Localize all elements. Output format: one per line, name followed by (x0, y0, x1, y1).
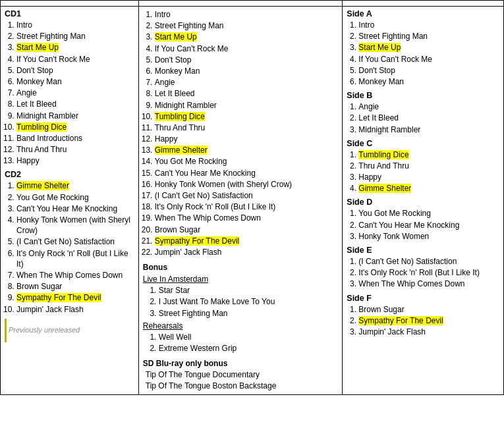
list-item: Gimme Shelter (358, 183, 499, 194)
side-header: Side D (347, 198, 499, 207)
list-item: If You Can't Rock Me (16, 54, 134, 65)
list-item: Street Fighting Man (16, 31, 134, 41)
cd2-header: CD2 (5, 170, 134, 179)
list-item: Midnight Rambler (16, 111, 134, 121)
list-item: Gimme Shelter (16, 180, 134, 191)
sd-bonus-section: SD Blu-ray only bonusTip Of The Tongue D… (143, 359, 339, 392)
list-item: Honky Tonk Women (with Sheryl Crow) (155, 179, 339, 190)
list-item: Monkey Man (358, 76, 499, 87)
list-item: You Got Me Rocking (16, 192, 134, 203)
bonus-title: Bonus (143, 263, 339, 272)
list-item: Angie (358, 101, 499, 112)
list-item: Monkey Man (155, 66, 339, 76)
list-item: Star Star (159, 285, 339, 296)
list-item: Happy (155, 134, 339, 144)
list-item: If You Can't Rock Me (155, 43, 339, 54)
list-item: Start Me Up (16, 42, 134, 53)
col3-header (343, 1, 504, 7)
list-item: Tumbling Dice (16, 122, 134, 132)
previously-unreleased: Previously unreleased (5, 319, 134, 342)
col3-content: Side AIntroStreet Fighting ManStart Me U… (343, 7, 504, 395)
list-item: Brown Sugar (358, 304, 499, 315)
list-item: Street Fighting Man (159, 308, 339, 319)
list-item: Well Well (159, 332, 339, 342)
list-item: Midnight Rambler (358, 124, 499, 135)
col2-content: IntroStreet Fighting ManStart Me UpIf Yo… (138, 7, 343, 395)
list-item: Thru And Thru (358, 161, 499, 171)
list-item: It's Only Rock 'n' Roll (But I Like It) (16, 248, 134, 269)
sd-bonus-item: Tip Of The Tongue Boston Backstage (143, 381, 339, 392)
list-item: I Just Want To Make Love To You (159, 296, 339, 307)
list-item: Band Introductions (16, 133, 134, 144)
bonus-section: BonusLive In AmsterdamStar StarI Just Wa… (143, 263, 339, 354)
list-item: Start Me Up (155, 32, 339, 42)
list-item: It's Only Rock 'n' Roll (But I Like It) (155, 201, 339, 212)
bonus-sub-section-title: Rehearsals (143, 321, 339, 331)
list-item: Happy (16, 155, 134, 166)
cd1-header: CD1 (5, 9, 134, 18)
list-item: Tumbling Dice (155, 111, 339, 122)
list-item: Angie (16, 88, 134, 98)
list-item: Thru And Thru (16, 144, 134, 155)
list-item: It's Only Rock 'n' Roll (But I Like It) (358, 267, 499, 278)
list-item: Let It Bleed (358, 113, 499, 123)
list-item: Gimme Shelter (155, 145, 339, 155)
list-item: Midnight Rambler (155, 100, 339, 111)
list-item: Brown Sugar (16, 281, 134, 292)
list-item: Honky Tonk Women (with Sheryl Crow) (16, 215, 134, 236)
bonus-sub-section-title: Live In Amsterdam (143, 275, 339, 284)
list-item: Jumpin' Jack Flash (16, 304, 134, 315)
list-item: Don't Stop (16, 65, 134, 76)
side-header: Side F (347, 294, 499, 303)
list-item: Can't You Hear Me Knocking (16, 203, 134, 214)
side-header: Side A (347, 9, 499, 18)
list-item: Intro (16, 20, 134, 30)
list-item: Start Me Up (358, 42, 499, 53)
side-header: Side E (347, 246, 499, 255)
list-item: Don't Stop (358, 65, 499, 76)
sd-bonus-item: Tip Of The Tongue Documentary (143, 369, 339, 381)
list-item: Tumbling Dice (358, 149, 499, 160)
col2-header (138, 1, 343, 7)
list-item: Don't Stop (155, 55, 339, 65)
side-header: Side B (347, 91, 499, 100)
list-item: When The Whip Comes Down (16, 270, 134, 280)
list-item: You Got Me Rocking (358, 208, 499, 219)
list-item: (I Can't Get No) Satisfaction (155, 190, 339, 201)
list-item: Thru And Thru (155, 122, 339, 133)
list-item: Let It Bleed (16, 99, 134, 109)
list-item: Intro (155, 9, 339, 20)
list-item: Sympathy For The Devil (358, 315, 499, 326)
list-item: (I Can't Get No) Satisfaction (16, 236, 134, 247)
list-item: Angie (155, 77, 339, 88)
list-item: Sympathy For The Devil (155, 236, 339, 246)
main-table: CD1IntroStreet Fighting ManStart Me UpIf… (0, 0, 504, 395)
list-item: If You Can't Rock Me (358, 54, 499, 65)
list-item: When The Whip Comes Down (155, 213, 339, 223)
list-item: Street Fighting Man (358, 31, 499, 41)
list-item: You Got Me Rocking (155, 156, 339, 167)
list-item: Extreme Western Grip (159, 343, 339, 354)
col1-header (1, 1, 139, 7)
col1-content: CD1IntroStreet Fighting ManStart Me UpIf… (1, 7, 139, 395)
list-item: Can't You Hear Me Knocking (155, 168, 339, 178)
side-header: Side C (347, 139, 499, 148)
list-item: When The Whip Comes Down (358, 279, 499, 289)
list-item: Street Fighting Man (155, 20, 339, 31)
list-item: Let It Bleed (155, 88, 339, 99)
list-item: Jumpin' Jack Flash (155, 247, 339, 257)
list-item: Brown Sugar (155, 225, 339, 235)
list-item: Can't You Hear Me Knocking (358, 220, 499, 230)
list-item: Monkey Man (16, 76, 134, 87)
list-item: Jumpin' Jack Flash (358, 327, 499, 337)
list-item: Intro (358, 20, 499, 30)
sd-bonus-title: SD Blu-ray only bonus (143, 359, 339, 368)
list-item: Happy (358, 172, 499, 182)
list-item: Sympathy For The Devil (16, 292, 134, 303)
list-item: (I Can't Get No) Satisfaction (358, 256, 499, 267)
list-item: Honky Tonk Women (358, 231, 499, 242)
